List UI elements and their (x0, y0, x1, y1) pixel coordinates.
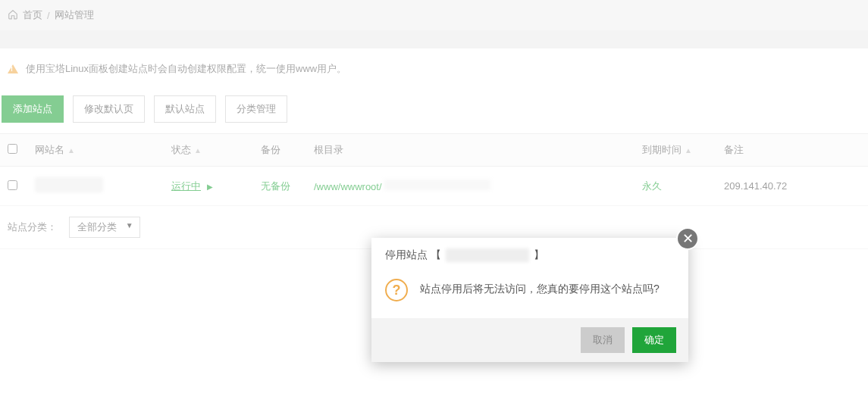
stop-site-dialog: ✕ 停用站点 【 】 ? 站点停用后将无法访问，您真的要停用这个站点吗? 取消 … (371, 238, 688, 362)
dialog-footer: 取消 确定 (371, 318, 688, 362)
dialog-message: 站点停用后将无法访问，您真的要停用这个站点吗? (420, 279, 660, 299)
confirm-button[interactable]: 确定 (632, 327, 676, 353)
question-icon: ? (385, 279, 408, 301)
close-icon[interactable]: ✕ (676, 227, 699, 250)
dialog-site-name-blurred (446, 248, 529, 262)
dialog-title: 停用站点 【 】 (371, 238, 688, 273)
cancel-button[interactable]: 取消 (581, 327, 625, 353)
dialog-body: ? 站点停用后将无法访问，您真的要停用这个站点吗? (371, 273, 688, 318)
